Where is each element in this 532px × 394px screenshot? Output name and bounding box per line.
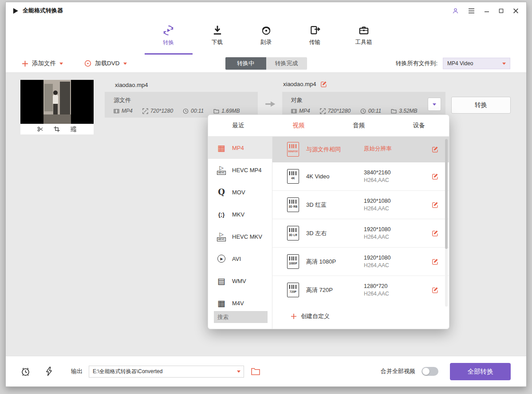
add-file-button[interactable]: 添加文件 [22,59,63,67]
preset-detail: 3840*2160 H264,AAC [364,169,430,183]
popup-tab[interactable]: 音频 [329,115,389,136]
preset-list: source 与源文件相同 原始分辨率 [272,137,449,304]
edit-preset-icon[interactable] [432,287,438,293]
target-label: 对象 [291,96,445,104]
preset-codec: H264,AAC [364,177,430,183]
tab-converting[interactable]: 转换中 [225,57,266,70]
popup-tab[interactable]: 最近 [208,115,268,136]
create-custom-button[interactable]: 创建自定义 [272,304,449,329]
edit-preset-icon[interactable] [432,173,438,180]
clock-icon [360,108,366,114]
format-list: MP4 HEVC MP4 MOV [208,137,272,308]
preset-detail: 1920*1080 H264,AAC [364,198,430,212]
load-dvd-label: 加载DVD [95,59,120,67]
nav-tab-label: 刻录 [260,39,272,46]
effects-icon[interactable] [70,126,77,132]
output-path-input[interactable] [89,366,244,378]
preset-codec: H264,AAC [364,291,430,297]
format-chip: MP4 [291,108,310,114]
edit-preset-icon[interactable] [432,258,438,265]
format-list-item[interactable]: HEVC MP4 [208,159,272,181]
format-sidebar: MP4 HEVC MP4 MOV [208,137,272,329]
preset-row[interactable]: 4K 4K Video 3840*2160 H264,AAC [272,162,449,191]
preset-badge-icon: 720P [287,283,299,297]
edit-preset-icon[interactable] [432,146,438,153]
format-list-item[interactable]: MP4 [208,137,272,159]
search-input[interactable] [214,311,268,323]
folder-icon [213,108,219,114]
account-icon[interactable] [452,8,459,14]
close-button[interactable] [513,8,519,14]
preset-badge-icon: 4K [287,169,299,184]
convert-all-button[interactable]: 全部转换 [450,363,511,380]
nav-tab-toolbox[interactable]: 工具箱 [352,19,375,55]
format-list-item[interactable]: MOV [208,181,272,203]
format-list-item[interactable]: MKV [208,203,272,225]
merge-toggle[interactable] [422,367,438,376]
format-icon [215,297,228,308]
resolution-icon [142,108,148,114]
preset-name: 高清 1080P [306,258,364,266]
format-list-item[interactable]: WMV [208,270,272,292]
menu-icon[interactable] [468,8,475,14]
format-list-item[interactable]: HEVC MKV [208,225,272,248]
chevron-down-icon [433,103,436,106]
chevron-down-icon [502,63,506,65]
popup-scrollbar[interactable] [445,139,448,307]
plus-icon [291,313,297,319]
target-format-dropdown-button[interactable] [428,98,441,111]
minimize-button[interactable] [484,8,489,13]
convert-all-to-label: 转换所有文件到: [395,59,437,67]
nav-tab-label: 工具箱 [355,39,372,46]
load-dvd-button[interactable]: 加载DVD [84,59,127,67]
popup-tab[interactable]: 视频 [268,115,329,136]
convert-button[interactable]: 转换 [451,97,511,114]
footer: 输出 合并全部视频 全部转换 [6,356,526,386]
app-title: 全能格式转换器 [23,7,63,15]
preset-row[interactable]: 1080P 高清 1080P 1920*1080 H264,AAC [272,248,449,276]
nav-tab-convert[interactable]: 转换 [157,19,180,55]
output-path-select[interactable] [89,366,244,378]
nav-tab-label: 转换 [163,39,174,47]
preset-row[interactable]: 720P 高清 720P 1280*720 H264,AAC [272,276,449,304]
size-chip: 3.52MB [391,108,417,114]
edit-filename-icon[interactable] [320,81,327,87]
open-folder-icon[interactable] [251,368,260,375]
preset-codec: H264,AAC [364,205,430,212]
performance-icon[interactable] [45,366,53,376]
preset-name: 4K Video [306,173,364,180]
preset-codec: H264,AAC [364,234,430,240]
maximize-button[interactable] [499,8,504,13]
preset-row[interactable]: 3D LR 3D 左右 1920*1080 H264,AAC [272,219,449,248]
edit-preset-icon[interactable] [432,230,438,236]
edit-preset-icon[interactable] [432,201,438,208]
clock-icon [183,108,189,114]
trim-icon[interactable] [37,126,43,132]
format-list-item[interactable]: AVI [208,248,272,270]
tab-completed[interactable]: 转换完成 [266,57,307,70]
chevron-down-icon [59,63,63,65]
toolbox-icon [358,24,370,36]
burn-icon [260,24,272,36]
preset-badge-icon: source [287,142,299,157]
format-icon [215,275,228,287]
format-icon [215,252,228,265]
preset-row[interactable]: source 与源文件相同 原始分辨率 [272,137,449,162]
output-format-select[interactable]: MP4 Video [443,58,510,69]
app-window: 全能格式转换器 [5,2,527,387]
nav-tab-burn[interactable]: 刻录 [255,19,278,55]
thumbnail-image [20,80,94,124]
plus-icon [22,60,28,67]
scrollbar-thumb[interactable] [445,139,448,249]
preset-row[interactable]: 3D RB 3D 红蓝 1920*1080 H264,AAC [272,191,449,219]
format-popup: 最近 视频 音频 设备 [208,114,449,329]
format-list-item[interactable]: M4V [208,292,272,308]
resolution-chip: 720*1280 [320,108,351,114]
source-info-panel: 源文件 MP4 720*1280 00:11 1.69MB [105,92,258,118]
nav-tab-transfer[interactable]: 传输 [303,19,327,55]
main-nav: 转换 下载 刻录 传输 工具箱 [6,19,526,55]
nav-tab-download[interactable]: 下载 [206,19,229,55]
schedule-icon[interactable] [20,366,31,377]
crop-icon[interactable] [54,126,60,132]
popup-tab[interactable]: 设备 [389,115,449,136]
